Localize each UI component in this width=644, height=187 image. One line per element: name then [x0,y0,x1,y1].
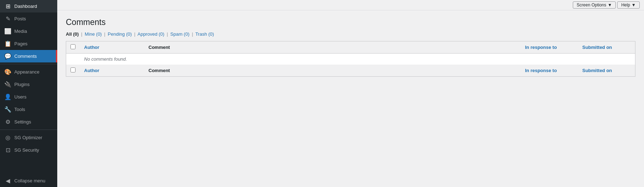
filter-approved[interactable]: Approved (0) [137,31,164,37]
page-content: Comments All (0) | Mine (0) | Pending (0… [57,10,644,187]
help-button[interactable]: Help ▼ [617,1,640,9]
sidebar-item-users[interactable]: 👤 Users [0,91,57,103]
filter-trash[interactable]: Trash (0) [195,31,214,37]
sidebar-item-label: Dashboard [14,4,37,9]
filter-links: All (0) | Mine (0) | Pending (0) | Appro… [66,31,635,37]
screen-options-chevron-icon: ▼ [608,2,612,7]
sidebar-item-appearance[interactable]: 🎨 Appearance [0,66,57,78]
no-comments-cell: No comments found. [80,54,635,65]
screen-options-button[interactable]: Screen Options ▼ [573,1,616,9]
sidebar-item-posts[interactable]: ✎ Posts [0,12,57,25]
sidebar-item-label: Posts [14,16,26,21]
sidebar-item-label: Pages [14,41,28,46]
screen-options-label: Screen Options [577,2,606,7]
response-header-top[interactable]: In response to [521,41,578,54]
sidebar-item-label: Media [14,29,27,34]
table-row-empty: No comments found. [66,54,635,65]
sidebar-item-tools[interactable]: 🔧 Tools [0,103,57,116]
sidebar-item-label: Settings [14,119,31,125]
collapse-menu-label: Collapse menu [14,178,45,183]
topbar: Screen Options ▼ Help ▼ [57,0,644,10]
sidebar-item-dashboard[interactable]: ⊞ Dashboard [0,0,57,12]
sidebar-item-label: SG Optimizer [14,135,42,140]
sidebar: ⊞ Dashboard ✎ Posts ⬜ Media 📋 Pages 💬 Co… [0,0,57,187]
collapse-icon: ◀ [4,177,11,184]
posts-icon: ✎ [4,15,11,22]
sidebar-item-plugins[interactable]: 🔌 Plugins [0,78,57,91]
empty-checkbox-cell [66,54,80,65]
media-icon: ⬜ [4,28,11,35]
submitted-header-top[interactable]: Submitted on [578,41,635,54]
plugins-icon: 🔌 [4,81,11,88]
no-comments-message: No comments found. [84,56,127,62]
select-all-header [66,41,80,54]
select-all-checkbox-bottom[interactable] [70,67,75,72]
sidebar-item-label: Comments [14,54,37,59]
help-label: Help [621,2,630,7]
select-all-footer [66,65,80,77]
sidebar-item-label: SG Security [14,147,39,153]
sidebar-item-label: Plugins [14,82,30,87]
users-icon: 👤 [4,94,11,100]
sg-security-icon: ⊡ [4,147,11,153]
dashboard-icon: ⊞ [4,3,11,10]
select-all-checkbox[interactable] [70,44,75,49]
filter-spam[interactable]: Spam (0) [170,31,189,37]
sidebar-item-media[interactable]: ⬜ Media [0,25,57,37]
sidebar-item-comments[interactable]: 💬 Comments [0,50,57,62]
collapse-menu-button[interactable]: ◀ Collapse menu [0,175,57,187]
sidebar-divider-2 [0,130,57,130]
response-header-bottom[interactable]: In response to [521,65,578,77]
author-header-bottom[interactable]: Author [80,65,144,77]
filter-pending[interactable]: Pending (0) [108,31,132,37]
submitted-header-bottom[interactable]: Submitted on [578,65,635,77]
sidebar-item-pages[interactable]: 📋 Pages [0,37,57,50]
sidebar-divider [0,64,57,64]
comments-table: Author Comment In response to Submitted … [66,41,635,77]
settings-icon: ⚙ [4,118,11,125]
filter-all[interactable]: All (0) [66,31,79,37]
sidebar-item-sg-optimizer[interactable]: ◎ SG Optimizer [0,131,57,144]
sidebar-item-sg-security[interactable]: ⊡ SG Security [0,144,57,156]
comment-header-top: Comment [144,41,521,54]
comments-icon: 💬 [4,53,11,60]
page-title: Comments [66,17,635,27]
pages-icon: 📋 [4,40,11,47]
table-header-bottom: Author Comment In response to Submitted … [66,65,635,77]
table-header-top: Author Comment In response to Submitted … [66,41,635,54]
appearance-icon: 🎨 [4,69,11,75]
sidebar-item-label: Tools [14,107,25,112]
filter-mine[interactable]: Mine (0) [85,31,102,37]
main-content: Screen Options ▼ Help ▼ Comments All (0)… [57,0,644,187]
sg-optimizer-icon: ◎ [4,134,11,141]
help-chevron-icon: ▼ [631,2,636,7]
sidebar-item-label: Appearance [14,69,39,75]
sidebar-item-settings[interactable]: ⚙ Settings [0,116,57,128]
author-header-top[interactable]: Author [80,41,144,54]
tools-icon: 🔧 [4,106,11,113]
sidebar-item-label: Users [14,94,26,100]
comment-header-bottom: Comment [144,65,521,77]
